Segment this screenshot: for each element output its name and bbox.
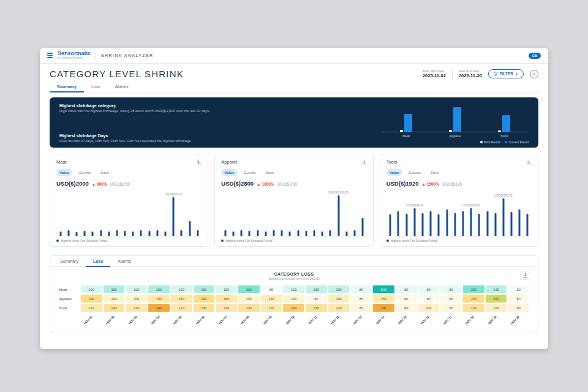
bar-slot [342,192,350,236]
tab-alarms[interactable]: Alarms [110,256,138,266]
filter-button[interactable]: FILTER ▼ [488,69,524,78]
heatmap-cell[interactable]: 130 [238,304,260,312]
page-header: CATEGORY LEVEL SHRINK Filter Start Date … [40,64,548,81]
heatmap-column-label: NOV 13 [350,313,372,328]
download-icon[interactable] [520,271,530,280]
heatmap-cell[interactable]: 100 [216,285,237,293]
heatmap-cell[interactable]: 100 [104,295,125,303]
heatmap-cell[interactable]: 130 [104,304,125,312]
heatmap-cell[interactable]: 230 [463,285,484,293]
chip-sites[interactable]: Sites [262,169,277,176]
heatmap-cell[interactable]: 80 [350,285,372,293]
heatmap-cell[interactable]: 200 [463,295,484,303]
heatmap-cell[interactable]: 150 [148,295,170,303]
chip-events[interactable]: Events [76,169,94,176]
heatmap-cell[interactable]: 80 [396,304,417,312]
heatmap-cell[interactable]: 120 [171,304,192,312]
chip-value[interactable]: Value [221,169,237,176]
category-cards: MeatValueEventsSitesUSD($)2000▲ 900%USD(… [50,154,538,247]
bar [173,197,175,236]
heatmap-cell[interactable]: 80 [418,295,440,303]
bar [156,230,158,236]
download-icon[interactable] [526,159,532,165]
download-icon[interactable] [361,159,367,165]
chip-sites[interactable]: Sites [428,169,442,176]
heatmap-cell[interactable]: 140 [486,285,507,293]
heatmap-cell[interactable]: 150 [216,295,237,303]
heatmap-cell[interactable]: 200 [194,295,215,303]
heatmap-cell[interactable]: 100 [486,304,507,312]
heatmap-cell[interactable]: 150 [194,285,215,293]
chip-value[interactable]: Value [56,169,72,176]
heatmap-cell[interactable]: 130 [194,304,215,312]
heatmap-cell[interactable]: 100 [81,285,102,293]
heatmap-cell[interactable]: 80 [306,295,327,303]
bar [462,211,464,236]
heatmap-cell[interactable]: 130 [328,285,350,293]
heatmap-cell[interactable]: 120 [261,304,282,312]
heatmap-cell[interactable]: 80 [440,304,462,312]
heatmap-cell[interactable]: 100 [283,295,304,303]
heatmap-cell[interactable]: 100 [126,285,147,293]
heatmap-cell[interactable]: 120 [328,304,350,312]
heatmap-cell[interactable]: 640 [373,285,394,293]
heatmap-cell[interactable]: 100 [283,285,304,293]
download-icon[interactable] [196,159,202,165]
heatmap-cell[interactable]: 240 [373,304,394,312]
heatmap-cell[interactable]: 150 [373,295,394,303]
user-badge[interactable]: GB [529,53,541,59]
banner-chart-bars [498,107,510,132]
heatmap-cell[interactable]: 150 [148,285,170,293]
bar-slot [194,192,202,236]
heatmap-cell[interactable]: 200 [81,295,102,303]
heatmap-cell[interactable]: 120 [126,304,147,312]
heatmap-cell[interactable]: 80 [440,295,462,303]
bar [100,230,102,236]
chip-events[interactable]: Events [241,169,259,176]
heatmap-cell[interactable]: 80 [396,285,417,293]
current-value: USD($)2000 [56,180,89,187]
heatmap-cell[interactable]: 230 [238,285,260,293]
heatmap-cell[interactable]: 50 [261,285,282,293]
chip-sites[interactable]: Sites [97,169,112,176]
heatmap-cell[interactable]: 320 [486,295,507,303]
menu-icon[interactable] [47,53,53,58]
bar [84,231,86,236]
heatmap-cell[interactable]: 80 [350,304,372,312]
heatmap-cell[interactable]: 240 [148,304,170,312]
heatmap-cell[interactable]: 100 [238,295,260,303]
tab-summary[interactable]: Summary [53,256,86,266]
chip-value[interactable]: Value [386,169,402,176]
heatmap-cell[interactable]: 100 [418,304,440,312]
stat-row: USD($)2800▲ 1300%USD($)200 [221,180,366,187]
heatmap-cell[interactable]: 130 [261,295,282,303]
bar [59,232,61,236]
heatmap-cell[interactable]: 180 [283,304,304,312]
heatmap-cell[interactable]: 50 [508,285,529,293]
heatmap-cell[interactable]: 100 [171,285,192,293]
heatmap-cell[interactable]: 130 [306,285,327,293]
heatmap-cell[interactable]: 80 [350,295,372,303]
heatmap-cell[interactable]: 120 [81,304,102,312]
bar [249,231,251,236]
tab-loss[interactable]: Loss [86,256,110,267]
bar [116,230,118,236]
chip-events[interactable]: Events [406,169,424,176]
heatmap-cell[interactable]: 120 [216,304,237,312]
heatmap-cell[interactable]: 80 [508,304,529,312]
heatmap-cell[interactable]: 150 [104,285,125,293]
bar-slot [105,192,113,236]
tab-alarms[interactable]: Alarms [108,81,136,92]
heatmap-cell[interactable]: 100 [126,295,147,303]
heatmap-cell[interactable]: 130 [306,304,327,312]
heatmap-cell[interactable]: 80 [396,295,417,303]
tab-summary[interactable]: Summary [50,81,84,92]
heatmap-cell[interactable]: 80 [418,285,440,293]
heatmap-cell[interactable]: 130 [463,304,484,312]
tab-loss[interactable]: Loss [84,81,108,92]
heatmap-cell[interactable]: 80 [508,295,529,303]
clear-filters-icon[interactable]: ✕ [530,70,538,78]
heatmap-cell[interactable]: 150 [171,295,192,303]
heatmap-cell[interactable]: 80 [440,285,462,293]
heatmap-cell[interactable]: 130 [328,295,350,303]
